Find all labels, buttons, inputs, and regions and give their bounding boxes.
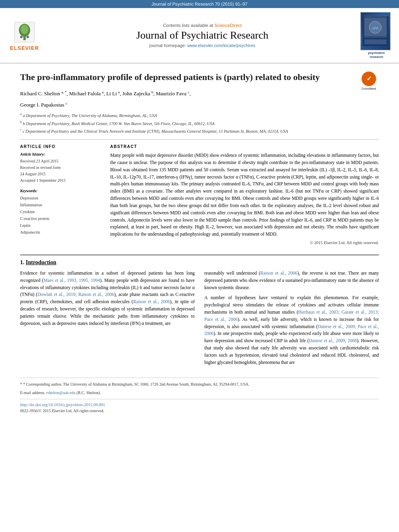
article-info-heading: ARTICLE INFO <box>20 144 101 149</box>
keyword-2: Inflammation <box>20 201 101 208</box>
svg-rect-7 <box>364 18 387 36</box>
journal-name: Journal of Psychiatric Research <box>51 29 354 41</box>
doi-link[interactable]: http://dx.doi.org/10.1016/j.jpsychires.2… <box>20 403 379 407</box>
main-content: The pro-inflammatory profile of depresse… <box>0 64 399 421</box>
received-revised-label: Received in revised form <box>20 164 101 171</box>
corresponding-author-note: * * Corresponding author. The University… <box>20 381 379 387</box>
cite-raison-2006[interactable]: Raison et al., 2006 <box>133 299 170 304</box>
keyword-1: Depression <box>20 195 101 201</box>
abstract-column: ABSTRACT Many people with major depressi… <box>110 144 379 245</box>
article-dates: Received 23 April 2015 Received in revis… <box>20 158 101 184</box>
homepage-link[interactable]: www.elsevier.com/locate/psychires <box>187 43 255 48</box>
keywords-list: Depression Inflammation Cytokine C-react… <box>20 195 101 236</box>
journal-citation-bar: Journal of Psychiatric Research 70 (2015… <box>0 0 399 8</box>
journal-title-block: Contents lists available at ScienceDirec… <box>51 23 354 48</box>
abstract-heading: ABSTRACT <box>110 144 379 149</box>
authors-line-1: Richard C. Shelton a, *, Michael Falola … <box>20 90 379 98</box>
elsevier-emblem-icon <box>12 20 37 44</box>
keyword-6: Adiponectin <box>20 229 101 236</box>
issn-copyright: 0022-3956/© 2015 Elsevier Ltd. All right… <box>20 409 379 413</box>
elsevier-wordmark: ELSEVIER <box>10 45 39 51</box>
affil-c: c c Department of Psychiatry and the Cli… <box>20 127 379 134</box>
revised-date: 24 August 2015 <box>20 171 101 177</box>
cite-dowlati[interactable]: Dowlati et al., 2010; Raison et al., 200… <box>37 292 114 297</box>
intro-paragraph-2: reasonably well understood (Raison et al… <box>204 270 379 291</box>
journal-cover: JPR psychiatricresearch <box>360 12 393 59</box>
abstract-text: Many people with major depressive disord… <box>110 152 379 238</box>
affil-b: b b Department of Psychiatry, Rush Medic… <box>20 120 379 127</box>
keyword-3: Cytokine <box>20 208 101 215</box>
crossmark-label: CrossMark <box>362 87 376 90</box>
elsevier-logo: ELSEVIER <box>6 20 43 51</box>
cite-danese-2009b[interactable]: Danese et al., 2009, 2008 <box>309 338 357 343</box>
footer-divider <box>20 399 379 399</box>
article-title: The pro-inflammatory profile of depresse… <box>20 72 379 83</box>
crossmark-icon: ✓ <box>362 72 376 86</box>
journal-citation-text: Journal of Psychiatric Research 70 (2015… <box>152 2 247 6</box>
cover-label: psychiatricresearch <box>360 51 393 59</box>
cite-danese-2009[interactable]: Danese et al., 2009; Pace et al., 2006 <box>204 324 379 336</box>
received-date: Received 23 April 2015 <box>20 158 101 164</box>
copyright-line: © 2015 Elsevier Ltd. All rights reserved… <box>110 240 379 245</box>
homepage-line: journal homepage: www.elsevier.com/locat… <box>51 43 354 48</box>
cite-maes-1993[interactable]: Maes et al., 1993, 1995, 1994 <box>43 278 100 283</box>
introduction-columns: Evidence for systemic inflammation in a … <box>20 270 379 370</box>
cite-bierhaus[interactable]: Bierhaus et al., 2003; Garate et al., 20… <box>204 310 379 322</box>
footnote-star: * <box>20 382 23 386</box>
accepted-date: Accepted 1 September 2015 <box>20 177 101 184</box>
article-footer: * * Corresponding author. The University… <box>20 378 379 413</box>
introduction-heading: 1. Introduction <box>20 259 379 266</box>
journal-header: ELSEVIER Contents lists available at Sci… <box>0 8 399 64</box>
svg-point-8 <box>369 21 381 33</box>
page: Journal of Psychiatric Research 70 (2015… <box>0 0 399 532</box>
author-email-link[interactable]: rshelton@uab.edu <box>46 390 76 395</box>
intro-col-right: reasonably well understood (Raison et al… <box>204 270 379 370</box>
svg-point-4 <box>20 36 23 38</box>
keywords-label: Keywords: <box>20 189 101 193</box>
authors-line-2: George I. Papakostas c <box>20 101 379 109</box>
article-info-column: ARTICLE INFO Article history: Received 2… <box>20 144 101 245</box>
svg-rect-10 <box>364 39 387 44</box>
article-info-abstract-section: ARTICLE INFO Article history: Received 2… <box>20 139 379 245</box>
svg-point-3 <box>21 25 29 34</box>
email-line: E-mail address: rshelton@uab.edu (R.C. S… <box>20 390 379 396</box>
sciencedirect-line: Contents lists available at ScienceDirec… <box>51 23 354 28</box>
affiliations: a a Department of Psychiatry, The Univer… <box>20 112 379 134</box>
affil-a: a a Department of Psychiatry, The Univer… <box>20 112 379 119</box>
cover-image: JPR <box>360 12 391 50</box>
intro-col-left: Evidence for systemic inflammation in a … <box>20 270 195 370</box>
crossmark-badge-block: ✓ CrossMark <box>359 72 379 92</box>
keyword-5: Leptin <box>20 222 101 229</box>
cite-raison-2006b[interactable]: Raison et al., 2006 <box>260 271 297 275</box>
svg-text:JPR: JPR <box>372 27 378 30</box>
svg-point-5 <box>27 36 29 38</box>
intro-paragraph-3: A number of hypotheses have ventured to … <box>204 294 379 366</box>
article-history-label: Article history: <box>20 152 101 156</box>
keyword-4: C-reactive protein <box>20 215 101 222</box>
sciencedirect-link[interactable]: ScienceDirect <box>214 23 242 28</box>
introduction-section: 1. Introduction Evidence for systemic in… <box>20 255 379 370</box>
intro-paragraph-1: Evidence for systemic inflammation in a … <box>20 270 195 327</box>
